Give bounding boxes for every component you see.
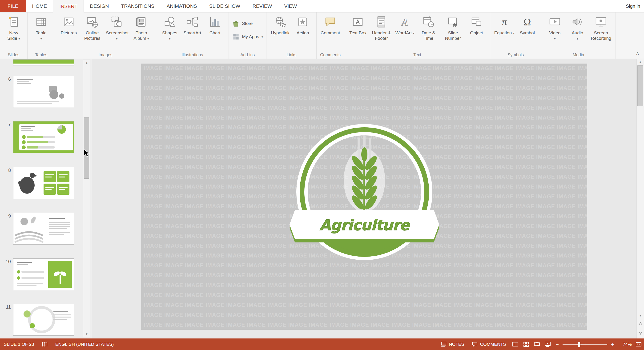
tab-insert[interactable]: INSERT xyxy=(53,0,84,12)
store-button[interactable]: Store xyxy=(232,20,263,27)
proofing-button[interactable] xyxy=(38,338,52,350)
wordart-button[interactable]: A WordArt ▾ xyxy=(394,13,416,36)
comment-icon xyxy=(324,16,336,28)
slide-thumbnail-7[interactable] xyxy=(13,121,74,153)
reading-view-button[interactable] xyxy=(532,338,542,350)
slide-thumbnail-5-partial[interactable] xyxy=(13,59,74,66)
store-icon xyxy=(232,20,240,27)
slide-number-button[interactable]: Slide Number xyxy=(441,13,465,41)
group-label-addins: Add-ins xyxy=(229,52,266,58)
screenshot-button[interactable]: Screenshot▾ xyxy=(104,13,129,42)
table-button[interactable]: Table▾ xyxy=(30,13,52,42)
comment-label: Comment xyxy=(320,30,340,36)
video-button[interactable]: Video▾ xyxy=(544,13,566,42)
online-pictures-button[interactable]: Online Pictures xyxy=(80,13,104,41)
language-button[interactable]: ENGLISH (UNITED STATES) xyxy=(52,338,118,350)
group-label-text: Text xyxy=(344,52,490,58)
slide-editing-area: IMAGE IMAGE IMAGE IMAGE IMAGE IMAGE IMAG… xyxy=(92,59,644,338)
photo-album-label: Photo Album xyxy=(134,30,147,41)
smartart-button[interactable]: SmartArt xyxy=(181,13,204,36)
action-button[interactable]: Action xyxy=(292,13,314,36)
fit-slide-to-window-button[interactable] xyxy=(633,338,644,350)
chart-button[interactable]: Chart xyxy=(204,13,226,36)
new-slide-button[interactable]: New Slide ▾ xyxy=(2,13,25,42)
screen-recording-button[interactable]: Screen Recording xyxy=(589,13,613,41)
shapes-label: Shapes xyxy=(162,30,177,35)
comments-icon xyxy=(472,341,478,348)
canvas-scrollbar-track[interactable] xyxy=(637,65,644,312)
tab-file[interactable]: FILE xyxy=(0,0,26,12)
header-footer-button[interactable]: Header & Footer xyxy=(369,13,394,41)
slide-thumbnail-9[interactable] xyxy=(13,213,74,244)
slide-number-label: Slide Number xyxy=(442,30,464,41)
comment-button[interactable]: Comment xyxy=(319,13,342,36)
group-label-tables: Tables xyxy=(28,52,55,58)
dropdown-caret-icon: ▾ xyxy=(18,37,20,40)
tab-home[interactable]: HOME xyxy=(26,0,53,12)
normal-view-button[interactable] xyxy=(510,338,521,350)
slide-thumbnail-6[interactable] xyxy=(13,76,74,108)
zoom-percentage[interactable]: 74% xyxy=(617,342,633,347)
collapse-ribbon-button[interactable]: ∧ xyxy=(636,51,639,55)
tab-design[interactable]: DESIGN xyxy=(84,0,115,12)
slide-thumbnail-8[interactable] xyxy=(13,167,74,199)
action-icon xyxy=(296,16,309,28)
new-slide-label: New Slide xyxy=(7,30,18,41)
canvas-scrollbar[interactable]: ▲ ▼ xyxy=(636,59,644,338)
scroll-down-arrow-icon[interactable]: ▼ xyxy=(83,331,90,337)
thumbnail-scrollbar-thumb[interactable] xyxy=(84,118,89,179)
next-slide-button[interactable] xyxy=(637,328,644,338)
zoom-slider-thumb[interactable] xyxy=(578,342,580,347)
tab-transitions[interactable]: TRANSITIONS xyxy=(115,0,160,12)
symbol-button[interactable]: Ω Symbol xyxy=(516,13,538,36)
zoom-in-button[interactable]: + xyxy=(609,341,617,348)
tab-animations[interactable]: ANIMATIONS xyxy=(160,0,203,12)
date-time-label: Date & Time xyxy=(418,30,439,41)
slide-number-label: 8 xyxy=(2,168,11,173)
scroll-up-arrow-icon[interactable]: ▲ xyxy=(83,60,90,66)
slide-show-icon xyxy=(545,341,551,348)
notes-button[interactable]: NOTES xyxy=(437,338,468,350)
slide-sorter-view-button[interactable] xyxy=(521,338,532,350)
wordart-icon: A xyxy=(398,16,411,28)
new-slide-icon xyxy=(7,16,20,28)
equation-button[interactable]: π Equation ▾ xyxy=(493,13,516,36)
ribbon-group-text: Text Box Header & Footer A WordArt ▾ xyxy=(344,12,490,58)
scroll-up-arrow-icon[interactable]: ▲ xyxy=(637,59,644,65)
dropdown-caret-icon: ▾ xyxy=(577,37,578,40)
canvas-scrollbar-thumb[interactable] xyxy=(638,66,643,106)
tab-review[interactable]: REVIEW xyxy=(246,0,278,12)
ribbon-group-comments: Comment Comments xyxy=(316,12,344,58)
pictures-button[interactable]: Pictures xyxy=(58,13,80,36)
scroll-down-arrow-icon[interactable]: ▼ xyxy=(637,312,644,319)
header-footer-icon xyxy=(375,16,388,28)
sign-in-link[interactable]: Sign in xyxy=(626,0,644,12)
group-label-slides: Slides xyxy=(0,52,27,58)
previous-slide-button[interactable] xyxy=(637,319,644,328)
dropdown-caret-icon: ▾ xyxy=(40,37,42,40)
object-button[interactable]: Object xyxy=(465,13,488,36)
zoom-out-button[interactable]: − xyxy=(553,341,561,348)
tab-slide-show[interactable]: SLIDE SHOW xyxy=(203,0,246,12)
date-time-button[interactable]: Date & Time xyxy=(416,13,441,41)
group-label-illustrations: Illustrations xyxy=(156,52,228,58)
shapes-button[interactable]: Shapes▾ xyxy=(158,13,181,42)
audio-button[interactable]: Audio▾ xyxy=(566,13,589,42)
photo-album-icon xyxy=(135,16,148,28)
photo-album-button[interactable]: Photo Album ▾ xyxy=(129,13,154,42)
smartart-icon xyxy=(186,16,199,28)
slide-thumbnail-11[interactable] xyxy=(13,304,74,336)
slide-number-label: 11 xyxy=(2,304,11,310)
my-apps-button[interactable]: My Apps ▾ xyxy=(232,33,263,40)
slide-show-button[interactable] xyxy=(542,338,553,350)
tab-view[interactable]: VIEW xyxy=(278,0,303,12)
dropdown-caret-icon: ▾ xyxy=(413,32,414,35)
text-box-button[interactable]: Text Box xyxy=(346,13,369,36)
hyperlink-button[interactable]: Hyperlink xyxy=(269,13,292,36)
comments-button[interactable]: COMMENTS xyxy=(468,338,510,350)
zoom-slider[interactable] xyxy=(562,344,607,344)
thumbnail-scrollbar[interactable]: ▲ ▼ xyxy=(83,60,90,337)
my-apps-icon xyxy=(232,33,240,40)
slide-image-placeholder[interactable]: IMAGE IMAGE IMAGE IMAGE IMAGE IMAGE IMAG… xyxy=(141,64,587,330)
slide-thumbnail-10[interactable] xyxy=(13,258,74,290)
